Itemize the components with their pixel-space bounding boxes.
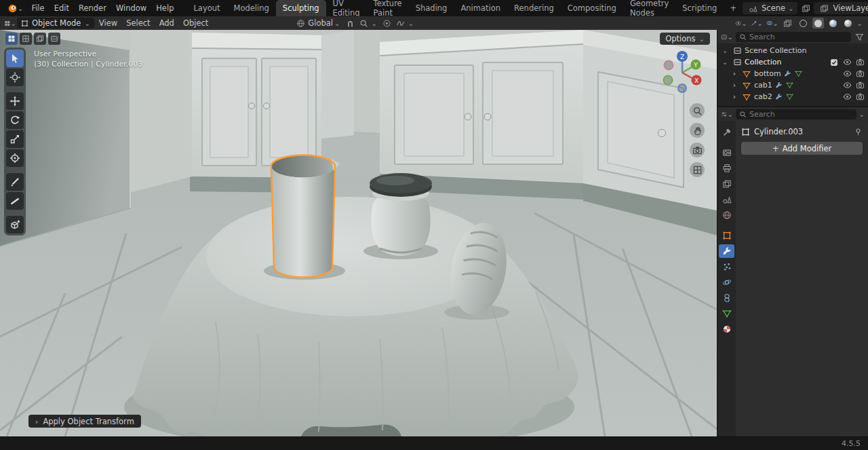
menu-add[interactable]: Add bbox=[155, 18, 178, 28]
shading-solid-button[interactable] bbox=[812, 18, 824, 29]
outliner-row-object[interactable]: cab1 bbox=[717, 79, 868, 91]
tool-rotate[interactable] bbox=[6, 111, 24, 129]
tab-viewlayer-properties[interactable] bbox=[719, 177, 734, 191]
tab-shading[interactable]: Shading bbox=[409, 0, 454, 16]
tab-modeling[interactable]: Modeling bbox=[227, 0, 276, 16]
camera-view-icon[interactable] bbox=[690, 143, 705, 157]
outliner-row-object[interactable]: cab2 bbox=[717, 91, 868, 102]
ortho-grid-icon[interactable] bbox=[690, 162, 705, 177]
xray-toggle[interactable] bbox=[782, 17, 794, 29]
tool-annotate[interactable] bbox=[6, 173, 24, 191]
tab-constraint-properties[interactable] bbox=[719, 291, 734, 305]
tab-scripting[interactable]: Scripting bbox=[675, 0, 724, 16]
menu-view[interactable]: View bbox=[95, 18, 121, 28]
pan-hand-icon[interactable] bbox=[690, 123, 705, 138]
tab-world-properties[interactable] bbox=[719, 208, 734, 222]
tool-add-cube[interactable] bbox=[6, 216, 24, 233]
blender-logo-icon[interactable] bbox=[4, 0, 26, 16]
disable-camera-icon[interactable] bbox=[854, 69, 865, 78]
add-modifier-button[interactable]: + Add Modifier bbox=[741, 142, 863, 155]
tab-scene-properties[interactable] bbox=[719, 193, 734, 206]
chevron-right-icon[interactable] bbox=[730, 92, 739, 101]
tool-setting-button-3[interactable] bbox=[34, 33, 46, 45]
tab-tool-properties[interactable] bbox=[719, 126, 734, 139]
menu-window[interactable]: Window bbox=[111, 0, 151, 16]
properties-search[interactable] bbox=[736, 109, 856, 119]
chevron-right-icon[interactable] bbox=[730, 81, 739, 90]
filter-icon[interactable] bbox=[854, 31, 865, 43]
options-dropdown[interactable]: Options bbox=[660, 33, 710, 45]
properties-editor-type-button[interactable] bbox=[721, 108, 733, 120]
tab-rendering[interactable]: Rendering bbox=[507, 0, 561, 16]
menu-object[interactable]: Object bbox=[179, 18, 212, 28]
menu-select[interactable]: Select bbox=[122, 18, 154, 28]
hide-eye-icon[interactable] bbox=[842, 81, 852, 90]
outliner-search[interactable] bbox=[736, 32, 851, 42]
outliner-editor-type-button[interactable] bbox=[721, 31, 733, 43]
hide-eye-icon[interactable] bbox=[842, 69, 852, 78]
tool-setting-button-2[interactable] bbox=[20, 33, 32, 45]
tab-texture-paint[interactable]: Texture Paint bbox=[367, 0, 409, 16]
tab-layout[interactable]: Layout bbox=[186, 0, 226, 16]
chevron-right-icon[interactable] bbox=[730, 69, 739, 78]
tool-select-box[interactable] bbox=[6, 50, 24, 67]
disable-camera-icon[interactable] bbox=[854, 81, 865, 90]
tab-particle-properties[interactable] bbox=[719, 260, 734, 274]
outliner-row-scene-collection[interactable]: Scene Collection bbox=[717, 45, 868, 56]
zoom-icon[interactable] bbox=[690, 103, 705, 118]
shading-rendered-button[interactable] bbox=[842, 18, 854, 29]
checkbox-icon[interactable] bbox=[829, 58, 840, 67]
overlays-toggle[interactable] bbox=[766, 17, 778, 29]
operator-panel[interactable]: Apply Object Transform bbox=[28, 415, 141, 428]
disable-camera-icon[interactable] bbox=[854, 58, 865, 67]
tab-output-properties[interactable] bbox=[719, 162, 734, 175]
viewport-3d[interactable]: Options User Perspective (30) Collection… bbox=[0, 30, 717, 436]
tab-object-properties[interactable] bbox=[719, 229, 734, 242]
editor-type-button[interactable] bbox=[4, 17, 16, 29]
hide-eye-icon[interactable] bbox=[842, 92, 852, 101]
tool-setting-button-1[interactable] bbox=[5, 33, 18, 45]
tool-scale[interactable] bbox=[6, 130, 24, 148]
shading-material-button[interactable] bbox=[827, 18, 839, 29]
tool-transform[interactable] bbox=[6, 149, 24, 167]
add-workspace-button[interactable]: + bbox=[724, 0, 743, 16]
shading-wireframe-button[interactable] bbox=[797, 18, 809, 29]
menu-edit[interactable]: Edit bbox=[50, 0, 74, 16]
tab-data-properties[interactable] bbox=[719, 307, 734, 320]
snap-settings[interactable] bbox=[357, 17, 370, 29]
scene-selector[interactable]: Scene bbox=[743, 2, 797, 14]
new-scene-button[interactable] bbox=[800, 2, 812, 14]
disable-camera-icon[interactable] bbox=[854, 92, 865, 101]
tool-cursor[interactable] bbox=[6, 69, 24, 86]
caret-down-icon[interactable] bbox=[720, 47, 730, 54]
properties-search-input[interactable] bbox=[749, 110, 853, 119]
tab-geometry-nodes[interactable]: Geometry Nodes bbox=[623, 0, 675, 16]
pin-icon[interactable] bbox=[854, 128, 863, 136]
menu-file[interactable]: File bbox=[26, 0, 49, 16]
visibility-toggle[interactable] bbox=[735, 17, 747, 29]
orientation-selector[interactable]: Global bbox=[294, 17, 340, 29]
hide-eye-icon[interactable] bbox=[842, 58, 852, 67]
tab-modifier-properties[interactable] bbox=[719, 244, 734, 258]
tool-measure[interactable] bbox=[6, 192, 24, 210]
tool-move[interactable] bbox=[6, 92, 24, 110]
tab-compositing[interactable]: Compositing bbox=[561, 0, 623, 16]
gizmos-toggle[interactable] bbox=[751, 17, 763, 29]
mode-selector[interactable]: Object Mode bbox=[17, 18, 94, 29]
snap-toggle[interactable] bbox=[344, 17, 376, 29]
outliner-row-collection[interactable]: Collection bbox=[717, 56, 868, 68]
tab-render-properties[interactable] bbox=[719, 146, 734, 160]
tab-animation[interactable]: Animation bbox=[454, 0, 507, 16]
navigation-gizmo[interactable]: Z Y X bbox=[657, 48, 707, 98]
menu-help[interactable]: Help bbox=[151, 0, 178, 16]
menu-render[interactable]: Render bbox=[74, 0, 111, 16]
tab-uv-editing[interactable]: UV Editing bbox=[326, 0, 367, 16]
tool-setting-button-4[interactable] bbox=[48, 33, 60, 45]
caret-down-icon[interactable] bbox=[720, 58, 730, 66]
tab-sculpting[interactable]: Sculpting bbox=[276, 0, 326, 16]
tab-physics-properties[interactable] bbox=[719, 276, 734, 289]
viewlayer-selector[interactable]: ViewLayer bbox=[814, 2, 868, 14]
outliner-row-object[interactable]: bottom bbox=[717, 68, 868, 79]
tab-material-properties[interactable] bbox=[719, 322, 734, 336]
outliner-search-input[interactable] bbox=[749, 33, 848, 41]
